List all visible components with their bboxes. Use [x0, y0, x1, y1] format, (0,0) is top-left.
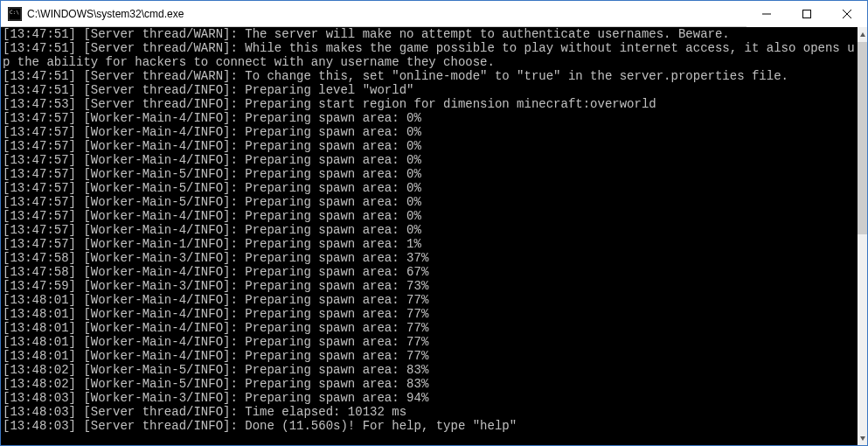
cmd-window: C:\ C:\WINDOWS\system32\cmd.exe [13:47:5… — [0, 0, 868, 446]
minimize-button[interactable] — [746, 1, 787, 27]
log-line: [13:48:03] [Worker-Main-3/INFO]: Prepari… — [3, 391, 856, 405]
svg-text:C:\: C:\ — [10, 9, 19, 15]
svg-marker-8 — [860, 436, 865, 441]
log-line: [13:47:57] [Worker-Main-4/INFO]: Prepari… — [3, 139, 856, 153]
log-line: [13:48:01] [Worker-Main-4/INFO]: Prepari… — [3, 349, 856, 363]
log-line: [13:47:58] [Worker-Main-3/INFO]: Prepari… — [3, 251, 856, 265]
log-line: [13:47:59] [Worker-Main-3/INFO]: Prepari… — [3, 279, 856, 293]
close-button[interactable] — [827, 1, 867, 27]
log-line: [13:48:03] [Server thread/INFO]: Done (1… — [3, 419, 856, 433]
log-line: [13:47:53] [Server thread/INFO]: Prepari… — [3, 97, 856, 111]
log-line: [13:47:51] [Server thread/WARN]: The ser… — [3, 27, 856, 41]
svg-marker-7 — [860, 32, 865, 37]
scroll-down-button[interactable] — [858, 430, 867, 445]
log-line: [13:47:57] [Worker-Main-1/INFO]: Prepari… — [3, 237, 856, 251]
log-line: [13:48:01] [Worker-Main-4/INFO]: Prepari… — [3, 307, 856, 321]
scroll-up-button[interactable] — [858, 27, 867, 42]
log-line: [13:48:02] [Worker-Main-5/INFO]: Prepari… — [3, 377, 856, 391]
log-line: [13:48:02] [Worker-Main-5/INFO]: Prepari… — [3, 363, 856, 377]
log-line: [13:47:57] [Worker-Main-5/INFO]: Prepari… — [3, 195, 856, 209]
client-area: [13:47:51] [Server thread/WARN]: The ser… — [1, 27, 867, 445]
log-line: [13:48:01] [Worker-Main-4/INFO]: Prepari… — [3, 293, 856, 307]
log-line: [13:47:58] [Worker-Main-4/INFO]: Prepari… — [3, 265, 856, 279]
log-line: [13:47:51] [Server thread/WARN]: While t… — [3, 41, 856, 69]
console-output[interactable]: [13:47:51] [Server thread/WARN]: The ser… — [1, 27, 858, 445]
log-line: [13:47:57] [Worker-Main-4/INFO]: Prepari… — [3, 209, 856, 223]
log-line: [13:47:57] [Worker-Main-5/INFO]: Prepari… — [3, 167, 856, 181]
svg-rect-4 — [803, 10, 811, 17]
log-line: [13:47:51] [Server thread/INFO]: Prepari… — [3, 83, 856, 97]
maximize-button[interactable] — [787, 1, 827, 27]
log-line: [13:48:01] [Worker-Main-4/INFO]: Prepari… — [3, 335, 856, 349]
log-line: [13:48:01] [Worker-Main-4/INFO]: Prepari… — [3, 321, 856, 335]
log-line: [13:47:57] [Worker-Main-4/INFO]: Prepari… — [3, 223, 856, 237]
titlebar[interactable]: C:\ C:\WINDOWS\system32\cmd.exe — [1, 1, 867, 27]
cmd-icon: C:\ — [8, 7, 22, 21]
log-line: [13:47:57] [Worker-Main-4/INFO]: Prepari… — [3, 111, 856, 125]
log-line: [13:47:57] [Worker-Main-4/INFO]: Prepari… — [3, 153, 856, 167]
vertical-scrollbar[interactable] — [858, 27, 867, 445]
window-title: C:\WINDOWS\system32\cmd.exe — [27, 8, 184, 20]
scroll-track[interactable] — [858, 42, 867, 430]
log-line: [13:48:03] [Server thread/INFO]: Time el… — [3, 405, 856, 419]
scroll-thumb[interactable] — [858, 42, 867, 234]
log-line: [13:47:57] [Worker-Main-4/INFO]: Prepari… — [3, 125, 856, 139]
log-line: [13:47:51] [Server thread/WARN]: To chan… — [3, 69, 856, 83]
log-line: [13:47:57] [Worker-Main-5/INFO]: Prepari… — [3, 181, 856, 195]
